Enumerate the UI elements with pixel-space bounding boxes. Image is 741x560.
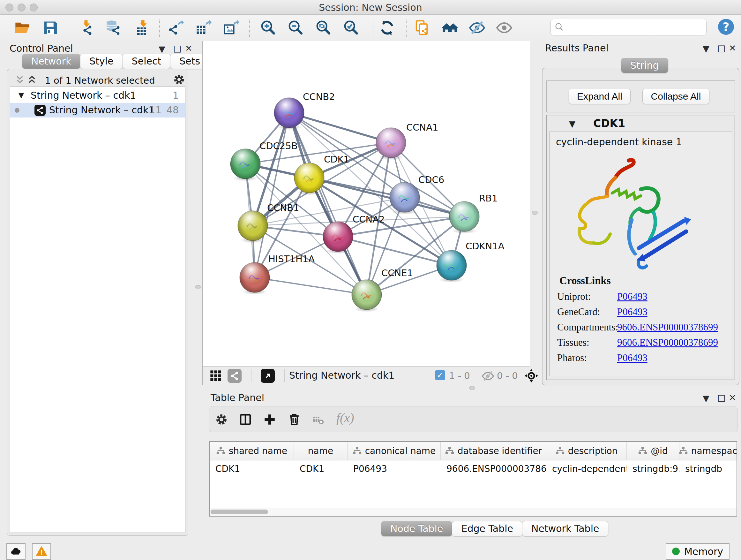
crosslink-value-link[interactable]: P06493: [617, 352, 648, 363]
tab-edge-table[interactable]: Edge Table: [452, 521, 522, 537]
network-canvas[interactable]: CCNB2CCNA1CDC25BCDK1CDC6RB1CCNB1CCNA2CDK…: [203, 41, 530, 367]
tab-network[interactable]: Network: [22, 54, 80, 69]
import-table-icon[interactable]: [134, 19, 151, 36]
network-options-gear-icon[interactable]: [173, 73, 185, 86]
hidden-eye-icon[interactable]: [482, 370, 494, 382]
edge-HIST1H1A-CCNE1[interactable]: [255, 277, 367, 295]
network-collection-row[interactable]: ▼ String Network – cdk1 1: [10, 88, 185, 103]
column-header-canonical-name[interactable]: canonical name: [347, 442, 441, 460]
tab-string[interactable]: String: [621, 58, 668, 73]
edge-CCNB2-HIST1H1A[interactable]: [255, 113, 289, 277]
copy-network-icon[interactable]: [414, 19, 430, 36]
column-header-database-identifier[interactable]: database identifier: [441, 442, 546, 460]
delete-column-icon[interactable]: [287, 412, 301, 426]
crosslink-value-link[interactable]: P06493: [617, 291, 648, 302]
open-in-window-icon[interactable]: [261, 369, 275, 383]
collapse-all-icon[interactable]: [14, 74, 25, 85]
column-header-namespace[interactable]: namespace: [679, 442, 737, 460]
import-database-icon[interactable]: [105, 19, 122, 36]
cloud-status-button[interactable]: [6, 543, 25, 560]
control-panel-maximize-icon[interactable]: [173, 44, 182, 53]
table-panel-float-icon[interactable]: [703, 393, 710, 403]
crosslink-value-link[interactable]: 9606.ENSP00000378699: [617, 337, 718, 348]
table-cell[interactable]: CDK1: [294, 460, 347, 478]
zoom-selected-icon[interactable]: [343, 19, 359, 36]
window-close-button[interactable]: [5, 3, 13, 11]
collapse-all-button[interactable]: Collapse All: [643, 89, 710, 104]
control-panel-close-icon[interactable]: [185, 44, 192, 53]
show-eye-icon[interactable]: [496, 19, 513, 36]
edge-CCNB2-CCNE1[interactable]: [289, 113, 367, 295]
column-header-name[interactable]: name: [294, 442, 347, 460]
horizontal-scrollbar-thumb[interactable]: [211, 509, 268, 514]
import-network-icon[interactable]: [78, 19, 95, 36]
zoom-out-icon[interactable]: [287, 19, 304, 36]
share-network-icon[interactable]: [227, 369, 242, 383]
node-RB1[interactable]: [449, 201, 479, 234]
export-network-icon[interactable]: [167, 19, 184, 36]
control-panel-float-icon[interactable]: [158, 44, 165, 54]
table-cell[interactable]: 9606.ENSP00000378699: [441, 460, 546, 478]
results-panel-close-icon[interactable]: [729, 43, 736, 53]
results-panel-maximize-icon[interactable]: [718, 43, 726, 53]
expand-all-button[interactable]: Expand All: [569, 89, 630, 104]
save-icon[interactable]: [42, 19, 59, 36]
column-header-@id[interactable]: @id: [627, 442, 679, 460]
zoom-in-icon[interactable]: [260, 19, 276, 36]
crosslink-value-link[interactable]: 9606.ENSP00000378699: [617, 321, 718, 333]
warning-status-button[interactable]: [32, 543, 51, 560]
collection-caret-icon[interactable]: ▼: [18, 88, 24, 103]
add-column-icon[interactable]: [263, 413, 276, 426]
help-icon[interactable]: [718, 19, 734, 35]
table-cell[interactable]: stringdb: [679, 460, 737, 478]
node-CCNE1[interactable]: [352, 280, 382, 312]
node-CCNA2[interactable]: [323, 222, 353, 254]
expand-all-icon[interactable]: [26, 74, 37, 85]
grid-view-icon[interactable]: [209, 369, 222, 382]
birdseye-crosshair-icon[interactable]: [524, 369, 538, 383]
table-row[interactable]: CDK1CDK1P064939606.ENSP00000378699cyclin…: [210, 460, 737, 478]
export-table-icon[interactable]: [195, 19, 212, 36]
crosslink-row: Compartments:9606.ENSP00000378699: [557, 320, 728, 335]
table-panel-maximize-icon[interactable]: [718, 393, 726, 402]
node-CDC6[interactable]: [390, 182, 420, 214]
network-list-item[interactable]: String Network – cdk1 11 48: [10, 103, 185, 118]
tab-select[interactable]: Select: [123, 54, 171, 69]
window-zoom-button[interactable]: [30, 3, 38, 11]
table-cell[interactable]: CDK1: [210, 460, 294, 478]
function-builder-icon[interactable]: f(x): [336, 410, 354, 425]
table-cell[interactable]: stringdb:9...: [627, 460, 679, 478]
table-panel-close-icon[interactable]: [729, 393, 736, 402]
tab-network-table[interactable]: Network Table: [522, 521, 608, 537]
node-CDC25B[interactable]: [230, 149, 260, 181]
node-HIST1H1A[interactable]: [240, 262, 270, 295]
right-splitter-handle[interactable]: [532, 211, 538, 215]
search-input[interactable]: [567, 22, 696, 33]
table-cell[interactable]: cyclin-dependent ...: [546, 460, 627, 478]
window-minimize-button[interactable]: [17, 3, 25, 11]
column-header-shared-name[interactable]: shared name: [210, 442, 294, 460]
folder-open-icon[interactable]: [14, 19, 30, 36]
zoom-fit-icon[interactable]: [315, 19, 332, 36]
delete-table-icon[interactable]: [312, 414, 325, 426]
results-panel-float-icon[interactable]: [703, 44, 710, 54]
node-CCNA1[interactable]: [376, 128, 406, 160]
tab-style[interactable]: Style: [80, 54, 123, 69]
left-splitter-handle[interactable]: [195, 285, 201, 289]
selected-checkbox[interactable]: [435, 370, 445, 380]
refresh-icon[interactable]: [379, 19, 395, 36]
gene-card-caret-icon[interactable]: ▼: [569, 119, 576, 129]
houses-icon[interactable]: [442, 19, 458, 36]
column-header-description[interactable]: description: [546, 442, 627, 460]
tab-node-table[interactable]: Node Table: [381, 521, 452, 537]
memory-button[interactable]: Memory: [666, 543, 730, 560]
edge-CCNB2-CCNA1[interactable]: [289, 113, 391, 143]
hide-eye-icon[interactable]: [469, 19, 485, 36]
node-CDKN1A[interactable]: [436, 250, 467, 283]
table-cell[interactable]: P06493: [347, 460, 441, 478]
show-columns-icon[interactable]: [239, 413, 252, 426]
crosslink-value-link[interactable]: P06493: [617, 306, 648, 317]
table-options-gear-icon[interactable]: [215, 413, 228, 426]
bottom-splitter-handle[interactable]: [469, 386, 475, 390]
export-image-icon[interactable]: [223, 19, 239, 36]
